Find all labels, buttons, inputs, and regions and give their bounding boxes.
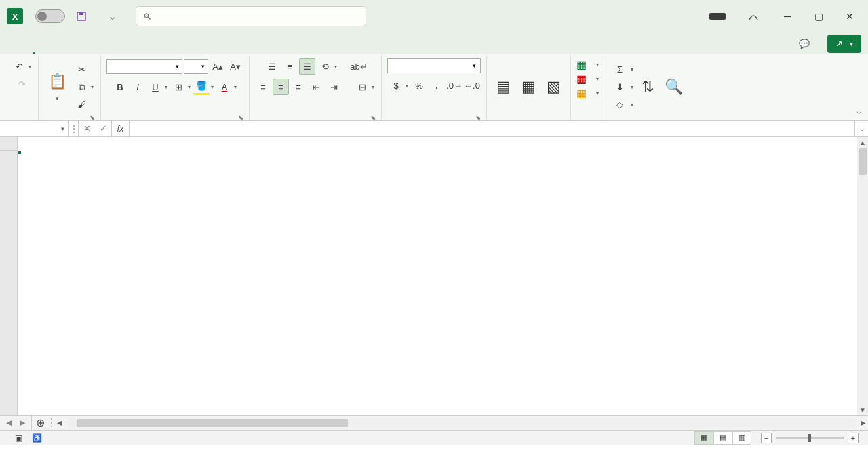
align-right-button[interactable]: ≡ xyxy=(290,79,307,95)
tab-page-layout[interactable] xyxy=(61,46,77,54)
align-center-button[interactable]: ≡ xyxy=(273,79,289,95)
delete-dropdown[interactable]: ▾ xyxy=(595,76,600,82)
align-top-button[interactable]: ☰ xyxy=(264,58,280,75)
cancel-formula-button[interactable]: ✕ xyxy=(79,123,95,134)
horizontal-scrollbar[interactable] xyxy=(67,418,856,428)
tab-table-design[interactable] xyxy=(184,46,201,54)
borders-dropdown[interactable]: ▾ xyxy=(186,84,192,90)
sheet-nav-prev[interactable]: ◀ xyxy=(3,418,15,427)
name-box-dropdown[interactable]: ▾ xyxy=(61,125,64,132)
scroll-down-button[interactable]: ▼ xyxy=(857,404,868,415)
minimize-button[interactable]: ─ xyxy=(772,1,803,32)
maximize-button[interactable]: ▢ xyxy=(803,1,834,32)
wrap-text-button[interactable]: ab↵ xyxy=(351,58,367,75)
find-select-button[interactable]: 🔍 xyxy=(660,77,687,98)
undo-dropdown[interactable]: ▾ xyxy=(27,64,33,70)
accessibility-status[interactable]: ♿ xyxy=(32,433,42,443)
clipboard-launcher[interactable]: ⬊ xyxy=(90,114,95,121)
comma-format-button[interactable]: , xyxy=(429,77,445,94)
autosum-dropdown[interactable]: ▾ xyxy=(629,66,635,73)
fill-color-button[interactable]: 🪣 xyxy=(193,79,210,95)
zoom-in-button[interactable]: + xyxy=(848,433,859,443)
clear-button[interactable]: ◇ xyxy=(612,97,628,113)
clear-dropdown[interactable]: ▾ xyxy=(629,102,635,108)
increase-indent-button[interactable]: ⇥ xyxy=(326,79,342,95)
tab-file[interactable] xyxy=(8,46,24,54)
sheet-tab-grip[interactable]: ⋮ xyxy=(48,416,55,430)
chevron-down-icon[interactable] xyxy=(56,93,59,102)
accounting-dropdown[interactable]: ▾ xyxy=(404,83,410,89)
alignment-launcher[interactable]: ⬊ xyxy=(370,114,376,121)
tab-view[interactable] xyxy=(132,46,148,54)
copy-button[interactable]: ⧉ xyxy=(73,79,90,96)
font-launcher[interactable]: ⬊ xyxy=(238,114,243,121)
document-dropdown[interactable]: ⌵ xyxy=(110,12,115,22)
search-box[interactable]: 🔍︎ xyxy=(136,6,366,26)
decrease-font-button[interactable]: A▾ xyxy=(227,58,243,75)
name-box[interactable]: ▾ xyxy=(0,121,69,136)
vertical-scrollbar[interactable]: ▲ ▼ xyxy=(857,137,868,415)
signin-button[interactable] xyxy=(709,13,726,20)
fill-color-dropdown[interactable]: ▾ xyxy=(210,84,215,90)
share-button[interactable]: ↗ ▾ xyxy=(827,35,861,53)
fx-label[interactable]: fx xyxy=(112,121,130,136)
decrease-decimal-button[interactable]: ←.0 xyxy=(464,77,480,94)
accounting-format-button[interactable]: $ xyxy=(388,77,404,94)
increase-decimal-button[interactable]: .0→ xyxy=(446,77,462,94)
number-launcher[interactable]: ⬊ xyxy=(475,114,481,121)
sort-filter-button[interactable]: ⇅ xyxy=(637,77,658,98)
select-all-corner[interactable] xyxy=(0,137,18,151)
hscroll-right[interactable]: ▶ xyxy=(859,416,868,430)
tab-developer[interactable] xyxy=(149,46,165,54)
enter-formula-button[interactable]: ✓ xyxy=(95,123,111,134)
vertical-scroll-thumb[interactable] xyxy=(859,148,867,175)
merge-dropdown[interactable]: ▾ xyxy=(370,84,376,90)
save-button[interactable] xyxy=(73,8,90,24)
zoom-slider[interactable] xyxy=(776,437,844,439)
tab-data[interactable] xyxy=(96,46,113,54)
tab-formulas[interactable] xyxy=(79,46,95,54)
page-layout-view-button[interactable]: ▤ xyxy=(713,431,732,445)
align-middle-button[interactable]: ≡ xyxy=(281,58,298,75)
font-color-button[interactable]: A xyxy=(216,79,233,95)
number-format-select[interactable]: ▾ xyxy=(387,58,481,73)
orientation-dropdown[interactable]: ▾ xyxy=(333,64,338,70)
formula-input[interactable] xyxy=(130,121,854,136)
orientation-button[interactable]: ⟲ xyxy=(317,58,333,75)
sheet-nav-next[interactable]: ▶ xyxy=(16,418,28,427)
close-button[interactable]: ✕ xyxy=(834,1,865,32)
insert-dropdown[interactable]: ▾ xyxy=(595,62,600,68)
fill-button[interactable]: ⬇ xyxy=(612,79,628,96)
copy-dropdown[interactable]: ▾ xyxy=(90,84,95,90)
cut-button[interactable]: ✂ xyxy=(73,62,90,78)
bold-button[interactable]: B xyxy=(112,79,128,95)
undo-button[interactable]: ↶ xyxy=(11,58,27,75)
percent-format-button[interactable]: % xyxy=(411,77,427,94)
page-break-view-button[interactable]: ▥ xyxy=(732,431,751,445)
tab-help[interactable] xyxy=(167,46,183,54)
comments-button[interactable]: 💬 xyxy=(791,35,821,53)
zoom-out-button[interactable]: − xyxy=(761,433,772,443)
font-color-dropdown[interactable]: ▾ xyxy=(233,84,238,90)
simplify-ribbon-icon[interactable] xyxy=(738,1,769,32)
tab-home[interactable] xyxy=(26,46,42,54)
format-painter-button[interactable]: 🖌 xyxy=(73,97,90,113)
italic-button[interactable]: I xyxy=(130,79,146,95)
font-size-select[interactable]: ▾ xyxy=(184,59,208,74)
macro-record-icon[interactable]: ▣ xyxy=(15,433,22,443)
hscroll-left[interactable]: ◀ xyxy=(55,416,64,430)
normal-view-button[interactable]: ▦ xyxy=(694,431,713,445)
align-bottom-button[interactable]: ☰ xyxy=(299,58,315,75)
horizontal-scroll-thumb[interactable] xyxy=(77,419,348,427)
expand-formula-bar[interactable]: ⌵ xyxy=(854,121,868,136)
autosave-toggle[interactable] xyxy=(35,9,65,23)
scroll-up-button[interactable]: ▲ xyxy=(857,137,868,148)
collapse-ribbon-button[interactable]: ⌵ xyxy=(856,106,861,116)
font-name-select[interactable]: ▾ xyxy=(106,59,182,74)
underline-button[interactable]: U xyxy=(147,79,163,95)
cell-styles-button[interactable]: ▧ xyxy=(542,77,565,98)
format-dropdown[interactable]: ▾ xyxy=(595,90,600,96)
redo-button[interactable]: ↷ xyxy=(14,76,30,92)
merge-center-button[interactable]: ⊟ xyxy=(354,79,370,95)
tab-review[interactable] xyxy=(114,46,130,54)
